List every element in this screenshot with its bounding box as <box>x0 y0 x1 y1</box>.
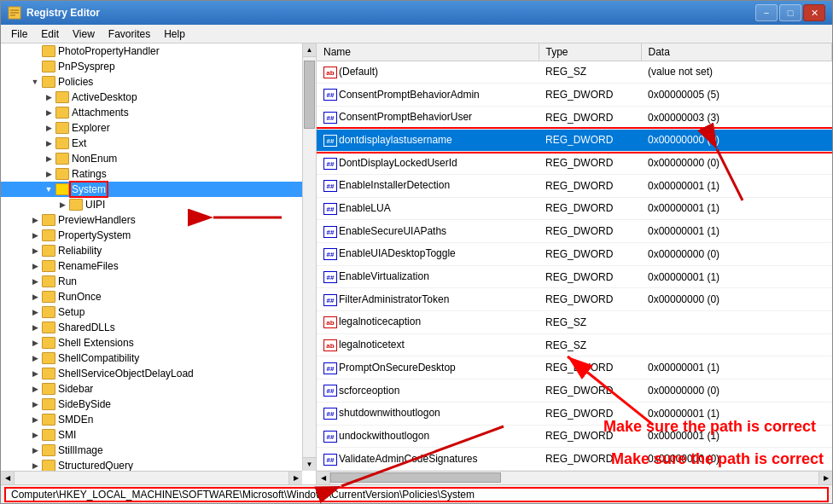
table-row[interactable]: ablegalnoticecaptionREG_SZ <box>317 311 832 334</box>
cell-type: REG_DWORD <box>539 197 641 220</box>
reg-dword-icon: ## <box>323 431 337 443</box>
cell-name: ##EnableSecureUIAPaths <box>317 220 539 243</box>
table-row[interactable]: ##ConsentPromptBehaviorAdminREG_DWORD0x0… <box>317 84 832 107</box>
cell-type: REG_DWORD <box>539 220 641 243</box>
table-row[interactable]: ##EnableSecureUIAPathsREG_DWORD0x0000000… <box>317 220 832 243</box>
tree-panel: PhotoPropertyHandlerPnPSysprep▼Policies▶… <box>1 43 317 484</box>
tree-item[interactable]: ▼System <box>1 182 316 197</box>
tree-item-label: System <box>72 183 106 195</box>
folder-icon <box>69 199 83 211</box>
tree-item[interactable]: ▶Setup <box>1 304 316 320</box>
table-row[interactable]: ##EnableInstallerDetectionREG_DWORD0x000… <box>317 174 832 197</box>
table-row[interactable]: ##EnableVirtualizationREG_DWORD0x0000000… <box>317 265 832 288</box>
scrollbar-down-arrow[interactable]: ▼ <box>303 457 316 471</box>
folder-icon <box>42 260 55 272</box>
table-row[interactable]: ##ConsentPromptBehaviorUserREG_DWORD0x00… <box>317 106 832 129</box>
tree-item[interactable]: ▶PropertySystem <box>1 228 316 243</box>
tree-item[interactable]: ▶Ratings <box>1 166 316 182</box>
detail-h-thumb[interactable] <box>330 472 501 483</box>
cell-name-text: scforceoption <box>339 385 399 397</box>
tree-item[interactable]: ▶ShellServiceObjectDelayLoad <box>1 366 316 381</box>
tree-item[interactable]: ▶UIPI <box>1 197 316 212</box>
menu-edit[interactable]: Edit <box>34 26 66 42</box>
menu-file[interactable]: File <box>4 26 34 42</box>
table-row[interactable]: ##DontDisplayLockedUserIdREG_DWORD0x0000… <box>317 152 832 175</box>
tree-item-label: SideBySide <box>58 398 111 410</box>
tree-item[interactable]: ▶SideBySide <box>1 397 316 412</box>
h-scroll-right[interactable]: ▶ <box>288 472 302 484</box>
cell-data: 0x00000000 (0) <box>641 129 832 152</box>
cell-name: ##ConsentPromptBehaviorAdmin <box>317 84 539 107</box>
tree-item[interactable]: ▶PreviewHandlers <box>1 212 316 228</box>
svg-rect-1 <box>10 9 19 11</box>
folder-icon <box>42 460 55 472</box>
folder-icon <box>42 444 55 456</box>
table-row[interactable]: ##EnableUIADesktopToggleREG_DWORD0x00000… <box>317 243 832 266</box>
folder-icon <box>42 429 55 441</box>
tree-item[interactable]: ▶SharedDLLs <box>1 320 316 335</box>
cell-data: 0x00000000 (0) <box>641 288 832 311</box>
table-row[interactable]: ##undockwithoutlogonREG_DWORD0x00000001 … <box>317 425 832 448</box>
col-name[interactable]: Name <box>317 43 539 61</box>
table-row[interactable]: ##dontdisplaylastusernameREG_DWORD0x0000… <box>317 129 832 152</box>
folder-icon <box>42 76 55 88</box>
h-scroll-left[interactable]: ◀ <box>1 472 15 484</box>
tree-scrollbar[interactable]: ▲ ▼ <box>302 43 316 471</box>
cell-name: ##EnableLUA <box>317 197 539 220</box>
tree-item[interactable]: ▶Explorer <box>1 120 316 136</box>
tree-item[interactable]: PhotoPropertyHandler <box>1 43 316 59</box>
table-row[interactable]: ##ValidateAdminCodeSignaturesREG_DWORD0x… <box>317 448 832 471</box>
minimize-button[interactable]: − <box>755 4 778 21</box>
folder-icon <box>55 91 69 103</box>
close-button[interactable]: ✕ <box>803 4 825 21</box>
table-row[interactable]: ##scforceoptionREG_DWORD0x00000000 (0) <box>317 379 832 403</box>
tree-item[interactable]: ▶StillImage <box>1 443 316 458</box>
tree-item-label: PhotoPropertyHandler <box>58 45 160 57</box>
detail-h-scroll-right[interactable]: ▶ <box>818 472 832 485</box>
tree-item[interactable]: ▶NonEnum <box>1 151 316 166</box>
cell-name: ##DontDisplayLockedUserId <box>317 152 539 175</box>
tree-item[interactable]: ▼Policies <box>1 74 316 90</box>
cell-type: REG_DWORD <box>539 356 641 379</box>
tree-item[interactable]: ▶Attachments <box>1 105 316 120</box>
title-bar-text: Registry Editor <box>26 7 755 19</box>
detail-h-scrollbar[interactable]: ◀ ▶ <box>317 471 832 484</box>
tree-item-label: Explorer <box>72 122 110 134</box>
table-row[interactable]: ablegalnoticetextREG_SZ <box>317 333 832 356</box>
tree-item[interactable]: ▶Run <box>1 274 316 289</box>
scrollbar-up-arrow[interactable]: ▲ <box>303 43 316 57</box>
table-row[interactable]: ##FilterAdministratorTokenREG_DWORD0x000… <box>317 288 832 311</box>
tree-item[interactable]: ▶Reliability <box>1 243 316 258</box>
tree-item[interactable]: ▶ActiveDesktop <box>1 90 316 105</box>
tree-item[interactable]: ▶SMI <box>1 427 316 443</box>
table-row[interactable]: ##EnableLUAREG_DWORD0x00000001 (1) <box>317 197 832 220</box>
table-row[interactable]: ##PromptOnSecureDesktopREG_DWORD0x000000… <box>317 356 832 379</box>
folder-icon <box>42 322 55 333</box>
folder-icon <box>42 368 55 379</box>
cell-name-text: ConsentPromptBehaviorAdmin <box>339 89 480 101</box>
table-row[interactable]: ab(Default)REG_SZ(value not set) <box>317 61 832 84</box>
maximize-button[interactable]: □ <box>779 4 801 21</box>
title-bar: Registry Editor − □ ✕ <box>1 1 832 25</box>
tree-item[interactable]: ▶ShellCompatibility <box>1 350 316 366</box>
tree-item[interactable]: ▶SMDEn <box>1 412 316 427</box>
table-row[interactable]: ##shutdownwithoutlogonREG_DWORD0x0000000… <box>317 402 832 425</box>
tree-scroll[interactable]: PhotoPropertyHandlerPnPSysprep▼Policies▶… <box>1 43 316 484</box>
tree-item[interactable]: ▶Ext <box>1 136 316 151</box>
tree-item[interactable]: ▶Shell Extensions <box>1 335 316 350</box>
col-type[interactable]: Type <box>539 43 641 61</box>
cell-data: 0x00000000 (0) <box>641 243 832 266</box>
cell-data: 0x00000001 (1) <box>641 425 832 448</box>
scrollbar-thumb[interactable] <box>304 61 315 129</box>
detail-h-scroll-left[interactable]: ◀ <box>317 472 330 485</box>
menu-help[interactable]: Help <box>157 26 192 42</box>
menu-favorites[interactable]: Favorites <box>102 26 157 42</box>
tree-item[interactable]: ▶RenameFiles <box>1 258 316 274</box>
menu-view[interactable]: View <box>66 26 102 42</box>
tree-h-scrollbar[interactable]: ◀ ▶ <box>1 471 302 484</box>
tree-item[interactable]: PnPSysprep <box>1 59 316 74</box>
tree-item[interactable]: ▶RunOnce <box>1 289 316 304</box>
tree-item[interactable]: ▶Sidebar <box>1 381 316 397</box>
col-data[interactable]: Data <box>641 43 832 61</box>
cell-name: ablegalnoticecaption <box>317 311 539 334</box>
